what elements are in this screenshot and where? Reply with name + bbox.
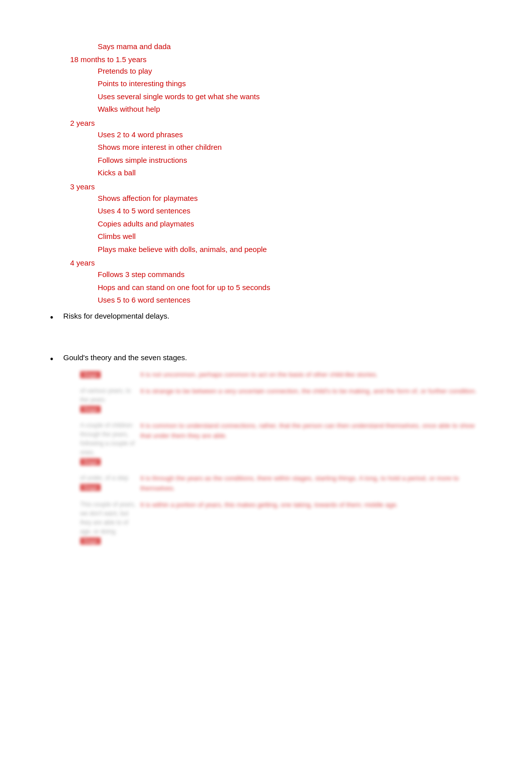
milestone-items: Shows affection for playmatesUses 4 to 5… [98, 192, 482, 256]
bullet-dot-3: • [50, 354, 53, 365]
age-label: 2 years [70, 119, 482, 127]
goulds-theory-bullet: • Gould's theory and the seven stages. [50, 353, 482, 365]
pre-milestone-item: Says mama and dada [50, 40, 482, 53]
stage-tag: Stage [80, 371, 101, 378]
milestone-item: Pretends to play [98, 65, 482, 78]
gould-stage-left: Stage [80, 370, 140, 379]
milestone-item: Kicks a ball [98, 166, 482, 179]
milestone-items: Pretends to playPoints to interesting th… [98, 65, 482, 116]
pre-milestone-text: Says mama and dada [98, 40, 482, 53]
age-group: 18 months to 1.5 yearsPretends to playPo… [70, 55, 482, 116]
milestone-item: Plays make believe with dolls, animals, … [98, 243, 482, 256]
milestone-item: Hops and can stand on one foot for up to… [98, 281, 482, 294]
stage-tag: Stage [80, 406, 101, 413]
gould-stage-left: of under, of a stepStage [80, 473, 140, 492]
milestone-item: Shows affection for playmates [98, 192, 482, 205]
milestone-item: Follows 3 step commands [98, 268, 482, 281]
gould-stage-text: It is not uncommon, perhaps common to ac… [140, 370, 482, 380]
age-label: 18 months to 1.5 years [70, 55, 482, 64]
bullet-dot: • [50, 313, 53, 323]
gould-stage-right: It is not uncommon, perhaps common to ac… [140, 370, 482, 380]
milestone-items: Follows 3 step commandsHops and can stan… [98, 268, 482, 307]
age-label: 3 years [70, 182, 482, 191]
goulds-theory-text: Gould's theory and the seven stages. [63, 353, 482, 362]
stage-tag: Stage [80, 458, 101, 465]
milestone-item: Points to interesting things [98, 77, 482, 90]
gould-stage-left: This couple of years, we don't want, but… [80, 500, 140, 546]
milestone-item: Uses 2 to 4 word phrases [98, 128, 482, 141]
gould-stages-blurred: StageIt is not uncommon, perhaps common … [50, 370, 482, 546]
gould-stage-left: of various years, to the yearsStage [80, 386, 140, 414]
gould-stage-right: It is common to understand connections, … [140, 421, 482, 440]
gould-stage-right: It is strange to be between a very uncer… [140, 386, 482, 396]
age-label: 4 years [70, 258, 482, 267]
gould-stage-text: It is through the years as the condition… [140, 473, 482, 493]
milestone-item: Uses 4 to 5 word sentences [98, 204, 482, 217]
milestone-list: 18 months to 1.5 yearsPretends to playPo… [70, 55, 482, 307]
gould-stage-row: This couple of years, we don't want, but… [80, 500, 482, 546]
milestone-item: Shows more interest in other children [98, 141, 482, 154]
gould-stage-row: StageIt is not uncommon, perhaps common … [80, 370, 482, 380]
milestone-item: Copies adults and playmates [98, 217, 482, 230]
milestone-item: Follows simple instructions [98, 154, 482, 167]
gould-stage-row: of various years, to the yearsStageIt is… [80, 386, 482, 414]
milestone-item: Walks without help [98, 103, 482, 116]
age-group: 4 yearsFollows 3 step commandsHops and c… [70, 258, 482, 307]
gould-section: • Gould's theory and the seven stages. S… [50, 353, 482, 546]
milestone-item: Uses 5 to 6 word sentences [98, 294, 482, 307]
gould-stage-row: of under, of a stepStageIt is through th… [80, 473, 482, 493]
milestone-items: Uses 2 to 4 word phrasesShows more inter… [98, 128, 482, 179]
risks-text: Risks for developmental delays. [63, 312, 482, 320]
gould-stage-text: It is common to understand connections, … [140, 421, 482, 440]
stage-tag: Stage [80, 538, 101, 545]
stage-tag: Stage [80, 484, 101, 491]
gould-stage-text: It is strange to be between a very uncer… [140, 386, 482, 396]
age-group: 2 yearsUses 2 to 4 word phrasesShows mor… [70, 119, 482, 179]
gould-stage-right: It is within a portion of years, this ma… [140, 500, 482, 510]
risks-bullet: • Risks for developmental delays. [50, 312, 482, 323]
milestone-item: Climbs well [98, 230, 482, 243]
gould-stage-left: A couple of children through the years, … [80, 421, 140, 466]
gould-stage-right: It is through the years as the condition… [140, 473, 482, 493]
age-group: 3 yearsShows affection for playmatesUses… [70, 182, 482, 256]
milestone-item: Uses several single words to get what sh… [98, 90, 482, 103]
gould-stage-row: A couple of children through the years, … [80, 421, 482, 466]
gould-stage-text: It is within a portion of years, this ma… [140, 500, 482, 510]
